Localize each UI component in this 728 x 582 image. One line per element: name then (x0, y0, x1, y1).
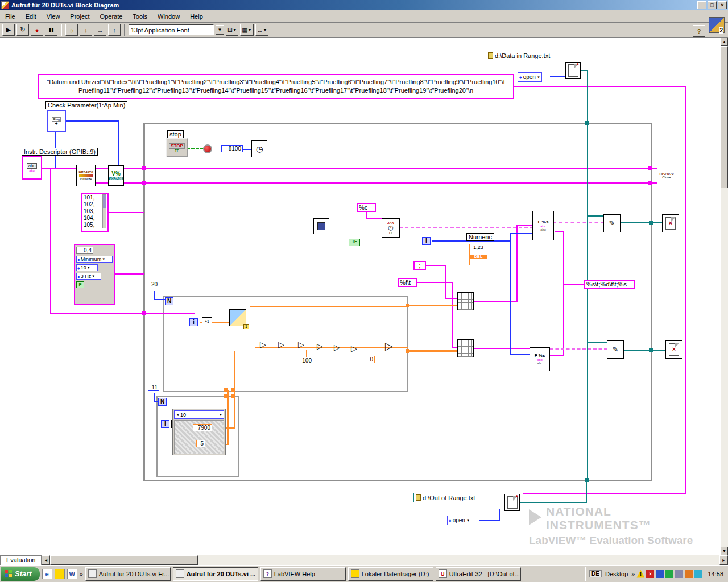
write-file-node[interactable]: ✎ (603, 214, 621, 232)
semicolon-constant[interactable]: ; (413, 261, 426, 270)
constant-100[interactable]: 100 (299, 357, 313, 364)
format-datetime-node[interactable]: JAN ◷ D! (382, 218, 400, 238)
font-selector-arrow[interactable]: ▼ (216, 25, 224, 35)
channel-list-constant[interactable]: 101, 102, 103, 104, 105, (81, 193, 109, 232)
vertical-scrollbar[interactable]: ▲ ▼ (721, 38, 728, 555)
ring-control[interactable]: Ring ◆ (47, 110, 66, 132)
close-file-node[interactable]: × (662, 214, 679, 232)
menu-project[interactable]: Project (65, 12, 94, 21)
mode-ring[interactable]: ◆ Minimum ▼ (76, 256, 113, 263)
nplc-ring[interactable]: ◆ 10 ▼ (76, 264, 98, 271)
step-over-button[interactable]: → (94, 24, 106, 36)
task-labview-help[interactable]: ? LabVIEW Help (260, 567, 346, 581)
file-dialog-node[interactable] (313, 218, 329, 234)
resize-objects-button[interactable]: ↔▼ (255, 24, 269, 36)
menu-window[interactable]: Window (152, 12, 185, 21)
tray-orange-icon[interactable] (685, 570, 693, 578)
loop2-count-constant[interactable]: 11 (148, 384, 159, 391)
desktop-chevron-icon[interactable]: » (631, 571, 635, 577)
start-button[interactable]: Start (1, 567, 40, 581)
menu-tools[interactable]: Tools (127, 12, 152, 21)
format-into-string-node[interactable]: F %s abc abc (530, 347, 550, 371)
step-into-button[interactable]: ↓ (80, 24, 92, 36)
open-mode-ring[interactable]: ◆ open ▼ (447, 516, 471, 525)
tray-warning-icon[interactable]: ! (636, 570, 644, 578)
tray-blue-icon[interactable] (656, 570, 664, 578)
compare-node[interactable]: ▷ (351, 344, 357, 352)
highlight-execution-button[interactable]: ☼ (65, 24, 78, 36)
wait-timer-node[interactable]: ◷ (251, 140, 267, 157)
run-continuous-button[interactable]: ↻ (16, 24, 29, 36)
task-lokaler-datentraeger[interactable]: Lokaler Datenträger (D:) (348, 567, 433, 581)
multiply-node[interactable]: ▷ (260, 340, 266, 348)
menu-edit[interactable]: Edit (20, 12, 42, 21)
menu-file[interactable]: File (0, 12, 20, 21)
hp34970-config-voltage-node[interactable]: V% VOLTAGE (108, 165, 124, 186)
menu-help[interactable]: Help (185, 12, 208, 21)
menu-view[interactable]: View (42, 12, 65, 21)
language-indicator[interactable]: DE (589, 570, 602, 577)
step-out-button[interactable]: ↑ (108, 24, 121, 36)
divide-node[interactable]: ▷ (278, 340, 284, 348)
scroll-down-button[interactable]: ▼ (721, 547, 728, 555)
scroll-up-button[interactable]: ▲ (721, 38, 728, 46)
rate-ring[interactable]: ◆ 3 Hz ▼ (76, 273, 101, 280)
tf-constant[interactable]: TF (349, 239, 360, 246)
array-value-7900[interactable]: 7900 (193, 424, 212, 431)
menu-operate[interactable]: Operate (95, 12, 128, 21)
round-node[interactable]: ▷ (317, 342, 323, 350)
clock[interactable]: 14:58 (708, 571, 723, 577)
round-led-terminal[interactable] (203, 144, 212, 153)
array-index[interactable]: ◄ 10 ▼ (174, 410, 224, 419)
format-into-string-node[interactable]: F %s abc abc (532, 211, 554, 240)
open-create-file-node[interactable]: * (565, 62, 581, 79)
for-loop-1[interactable] (163, 296, 408, 392)
picture-node[interactable]: 1 (229, 309, 246, 326)
constant-0[interactable]: 0 (367, 356, 375, 363)
header-string-constant[interactable]: "Datum und Uhrzeit"\t\t"Index"\t\t\t"Pru… (38, 74, 514, 99)
boolean-constant[interactable]: F (76, 281, 84, 288)
quicklaunch-chevron-icon[interactable]: » (80, 571, 83, 577)
desktop-toolbar-label[interactable]: Desktop (605, 571, 628, 577)
stop-button-terminal[interactable]: STOP TF (166, 138, 188, 157)
tray-green-icon[interactable] (665, 570, 673, 578)
tray-monitor-icon[interactable] (675, 570, 683, 578)
maximize-button[interactable]: □ (708, 1, 717, 9)
scan-config-cluster[interactable]: 0,4 ◆ Minimum ▼ ◆ 10 ▼ ◆ 3 Hz ▼ F (74, 244, 115, 305)
abort-button[interactable]: ● (31, 24, 43, 36)
align-objects-button[interactable]: ⊞▼ (226, 24, 238, 36)
increment-node[interactable]: +1 (202, 317, 212, 326)
quicklaunch-folder-icon[interactable] (55, 569, 65, 579)
wait-ms-constant[interactable]: 8100 (221, 145, 243, 152)
numeric-dbl-constant[interactable]: 1,23 DBL (469, 244, 487, 265)
loop1-count-constant[interactable]: 20 (148, 281, 159, 288)
data-in-range-path[interactable]: d:\Data in Range.txt (486, 51, 552, 60)
write-file-node[interactable]: ✎ (607, 340, 624, 359)
hscroll-track[interactable] (50, 555, 719, 565)
select-node[interactable]: ▷ (385, 342, 393, 350)
distribute-objects-button[interactable]: ▦▼ (240, 24, 253, 36)
scroll-thumb[interactable] (721, 46, 728, 188)
format-c-constant[interactable]: %c (357, 203, 376, 212)
task-aufruf-frontpanel[interactable]: Aufruf für 20 DUTs.vi Fr... (85, 567, 171, 581)
string-control[interactable]: abc abc (22, 156, 42, 180)
greater-node[interactable]: ▷ (334, 343, 340, 351)
quicklaunch-ie-icon[interactable]: e (42, 569, 52, 579)
task-aufruf-blockdiagram[interactable]: Aufruf für 20 DUTs.vi ... (173, 567, 258, 581)
quicklaunch-word-icon[interactable]: W (67, 569, 77, 579)
minimize-button[interactable]: _ (697, 1, 706, 9)
scroll-right-button[interactable]: ► (719, 555, 728, 565)
format-f-constant[interactable]: %f\t (398, 278, 417, 287)
dropdown-arrow-icon[interactable]: ▼ (219, 413, 222, 417)
hscroll-thumb[interactable] (50, 555, 198, 565)
context-help-button[interactable]: ? (693, 25, 705, 37)
run-button[interactable]: ▶ (2, 24, 15, 36)
array-to-spreadsheet-node[interactable] (457, 339, 474, 357)
pause-button[interactable]: ▮▮ (45, 24, 57, 36)
task-ultraedit[interactable]: U UltraEdit-32 - [D:\Out of... (436, 567, 521, 581)
format-s-constant[interactable]: %s\t;%d\t\t;%s (584, 280, 635, 289)
close-file-node[interactable]: × (665, 340, 682, 359)
array-to-spreadsheet-node[interactable] (457, 292, 474, 310)
multiply-node[interactable]: ▷ (298, 340, 304, 348)
cluster-value[interactable]: 0,4 (76, 247, 93, 254)
